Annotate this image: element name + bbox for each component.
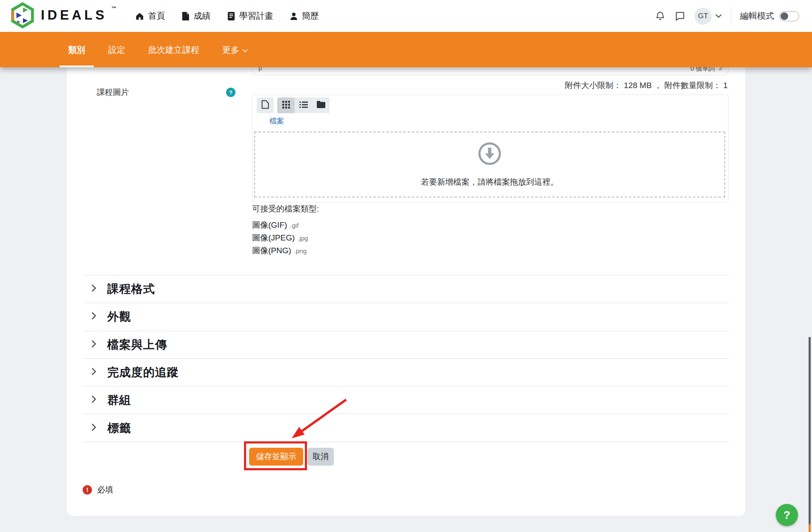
accepted-types-list: 圖像(GIF) .gif 圖像(JPEG) .jpg 圖像(PNG) .png [252,220,308,258]
tab-label: 設定 [108,44,125,56]
brand-trademark: ™ [112,6,116,11]
section-title: 外觀 [107,309,131,324]
scrollbar-thumb[interactable] [809,337,811,524]
tab-label: 更多 [222,44,239,56]
type-ext: .gif [290,222,298,229]
ideals-logo-icon [10,2,35,30]
messages-chat-icon[interactable] [674,11,686,22]
tab-more[interactable]: 更多 [214,32,256,67]
avatar: GT [694,8,712,25]
form-sections: 課程格式 外觀 檔案與上傳 完成度的追蹤 群組 標籤 [83,275,729,442]
edit-mode-toggle[interactable] [779,11,799,21]
section-title: 課程格式 [107,281,155,297]
nav-item-learning-plan[interactable]: 學習計畫 [227,10,273,22]
view-icons-button[interactable] [277,97,295,113]
form-actions: 儲存並顯示 取消 [249,448,334,466]
chevron-right-icon [83,367,97,378]
folder-icon [317,101,325,110]
header-right: GT 編輯模式 [655,7,799,26]
course-settings-form-card: p 0 個單詞 附件大小限制： 128 MB ， 附件數量限制： 1 課程圖片 … [67,67,745,516]
nav-item-label: 學習計畫 [239,10,273,22]
type-name: 圖像(PNG) [252,245,291,256]
grid-view-icon [282,101,290,110]
tab-bulk-create-course[interactable]: 批次建立課程 [140,32,208,67]
editor-wordcount-area: 0 個單詞 [690,67,723,73]
nav-item-grades[interactable]: 成績 [181,10,211,22]
section-completion-tracking[interactable]: 完成度的追蹤 [83,358,729,386]
brand-logo[interactable]: IDEALS ™ [10,2,116,30]
course-image-label: 課程圖片 [97,87,129,98]
list-item: 圖像(PNG) .png [252,245,308,258]
chevron-down-icon [239,45,248,55]
edit-mode-control: 編輯模式 [740,10,799,22]
course-nav-bar: 類別 設定 批次建立課程 更多 [0,32,812,67]
tab-category[interactable]: 類別 [60,32,94,67]
list-item: 圖像(GIF) .gif [252,220,308,232]
toggle-knob [780,12,788,20]
view-list-button[interactable] [295,97,312,113]
scrollbar-marker [809,524,811,532]
tab-label: 類別 [68,44,85,56]
dropzone-hint: 若要新增檔案，請將檔案拖放到這裡。 [421,177,559,188]
file-dropzone[interactable]: 若要新增檔案，請將檔案拖放到這裡。 [254,132,725,197]
tab-settings[interactable]: 設定 [100,32,134,67]
cancel-button[interactable]: 取消 [307,448,334,466]
editor-element-path: p [258,67,262,72]
resize-handle-icon[interactable] [718,67,723,72]
person-icon [290,11,298,21]
chevron-right-icon [83,423,97,434]
main-nav: 首頁 成績 學習計畫 簡歷 [135,10,319,22]
nav-item-resume[interactable]: 簡歷 [290,10,319,22]
chevron-down-icon [715,12,722,20]
add-file-icon [261,100,269,111]
tab-label: 批次建立課程 [148,44,199,56]
attachment-limits: 附件大小限制： 128 MB ， 附件數量限制： 1 [565,80,728,91]
nav-item-home[interactable]: 首頁 [135,10,165,22]
section-files-uploads[interactable]: 檔案與上傳 [83,331,729,358]
home-icon [135,11,144,21]
section-course-format[interactable]: 課程格式 [83,275,729,303]
editor-statusbar: p 0 個單詞 [252,67,729,75]
required-alert-icon: ! [83,485,92,495]
header-divider [731,7,731,26]
chevron-right-icon [83,395,97,406]
section-groups[interactable]: 群組 [83,386,729,414]
section-tags[interactable]: 標籤 [83,414,729,441]
user-menu[interactable]: GT [694,8,722,25]
journal-icon [227,11,235,21]
nav-item-label: 成績 [194,10,211,22]
filemanager-toolbar [257,97,728,113]
type-name: 圖像(JPEG) [252,232,295,243]
help-fab-button[interactable]: ? [776,504,798,526]
brand-name: IDEALS [41,2,107,29]
nav-item-label: 首頁 [148,10,165,22]
filemanager: 檔案 若要新增檔案，請將檔案拖放到這裡。 [252,94,729,203]
save-and-display-button[interactable]: 儲存並顯示 [249,448,303,466]
chevron-right-icon [83,311,97,322]
list-item: 圖像(JPEG) .jpg [252,232,308,245]
view-mode-group [277,97,330,113]
section-title: 標籤 [107,420,131,436]
required-label: 必填 [97,484,113,495]
section-appearance[interactable]: 外觀 [83,303,729,330]
section-title: 完成度的追蹤 [107,365,179,380]
type-ext: .jpg [298,235,308,242]
section-title: 檔案與上傳 [107,337,167,352]
required-notice: ! 必填 [83,484,113,495]
notifications-bell-icon[interactable] [655,11,666,22]
help-icon[interactable]: ? [226,88,235,97]
accepted-types-title: 可接受的檔案類型: [252,203,319,215]
top-header: IDEALS ™ 首頁 成績 學習計畫 簡歷 [0,0,812,32]
edit-mode-label: 編輯模式 [740,10,774,22]
download-arrow-icon [478,142,502,167]
section-title: 群組 [107,392,131,408]
chevron-right-icon [83,283,97,295]
view-tree-button[interactable] [312,97,330,113]
nav-item-label: 簡歷 [302,10,319,22]
add-file-button[interactable] [257,97,274,113]
list-view-icon [299,101,308,110]
chevron-right-icon [83,339,97,350]
file-icon [181,11,190,21]
breadcrumb-files-link[interactable]: 檔案 [270,116,284,126]
type-name: 圖像(GIF) [252,220,287,231]
